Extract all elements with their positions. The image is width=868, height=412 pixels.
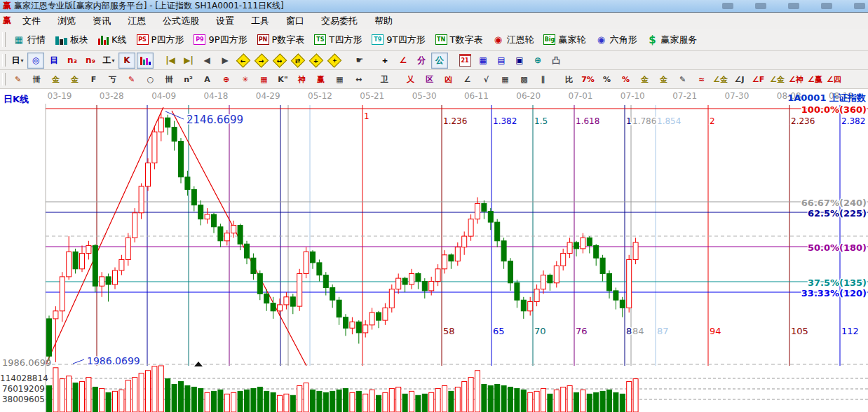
prev-bar-icon[interactable]: ◀: [198, 53, 215, 69]
f-angle-icon[interactable]: ∠F: [750, 71, 767, 88]
k-mark-icon[interactable]: K": [274, 71, 292, 88]
compass-tool-icon[interactable]: 公: [431, 53, 448, 69]
grid-a-icon[interactable]: ▦: [496, 71, 514, 88]
percent-icon[interactable]: %: [598, 71, 616, 88]
divide-tool-icon[interactable]: 分: [413, 53, 430, 69]
calculator-icon[interactable]: ▦: [475, 53, 491, 69]
window-control-icon[interactable]: [788, 3, 799, 9]
check-lines-icon[interactable]: √: [477, 71, 495, 88]
five-lines-icon[interactable]: 丂: [104, 71, 121, 88]
zoom-all-icon[interactable]: ＋: [326, 53, 343, 69]
last-bar-icon[interactable]: ▶|: [180, 53, 197, 69]
toolbar-winner-wheel[interactable]: Big赢家轮: [538, 31, 590, 49]
compress-9-icon[interactable]: n₉: [82, 53, 99, 69]
chart-canvas[interactable]: 03-1903-2804-0904-1804-2905-1205-2105-30…: [0, 89, 868, 412]
toolbar-t-table[interactable]: TNT数字表: [430, 31, 488, 49]
frame-tool-icon[interactable]: 卫: [376, 71, 393, 88]
pan-both-icon[interactable]: ↔: [271, 53, 288, 69]
parallel-lines-icon[interactable]: ∥: [534, 71, 552, 88]
next-bar-icon[interactable]: ▶: [217, 53, 233, 69]
compress-3-icon[interactable]: n₃: [64, 53, 81, 69]
ying-grid-icon[interactable]: 赢: [312, 71, 330, 88]
j-angle-icon[interactable]: ∠J: [731, 71, 748, 88]
toolbar-grip[interactable]: [2, 73, 6, 85]
swap-view-icon[interactable]: ⇄: [290, 53, 306, 69]
time-cycle-icon[interactable]: ○: [142, 71, 159, 88]
print-icon[interactable]: 凸: [548, 53, 564, 69]
pan-right-icon[interactable]: →: [253, 53, 270, 69]
first-bar-icon[interactable]: |◀: [162, 53, 179, 69]
menu-item-9[interactable]: 帮助: [366, 15, 401, 27]
a-line-icon[interactable]: A: [198, 71, 216, 88]
menu-item-8[interactable]: 交易委托: [313, 15, 366, 27]
fib-lines-icon[interactable]: F: [85, 71, 102, 88]
close-icon[interactable]: [854, 3, 865, 9]
menu-item-4[interactable]: 公式选股: [154, 15, 208, 27]
toolbar-grip[interactable]: [2, 32, 6, 48]
toolbar-9p-square[interactable]: P99P四方形: [189, 31, 252, 49]
wave-tool-icon[interactable]: ≈: [693, 71, 710, 88]
shen-grid-icon[interactable]: 神: [293, 71, 311, 88]
toolbar-quotes[interactable]: ▦行情: [8, 31, 50, 49]
menu-item-3[interactable]: 江恩: [119, 15, 154, 27]
toolbar-gann-wheel[interactable]: ◉江恩轮: [487, 31, 538, 49]
toolbar-kline[interactable]: K线: [93, 31, 132, 49]
box-fan-icon[interactable]: 区: [421, 71, 438, 88]
circle-cross-icon[interactable]: ⊕: [217, 71, 235, 88]
crosshair-tool-icon[interactable]: ＋: [377, 53, 393, 69]
red-pencil-icon[interactable]: ✎: [123, 71, 140, 88]
gold-angle-icon[interactable]: ∠金: [712, 71, 729, 88]
gold-lines-icon[interactable]: 金: [655, 71, 672, 88]
gold-section2-icon[interactable]: 金: [66, 71, 83, 88]
gold-angle2-icon[interactable]: ∠金: [768, 71, 786, 88]
time-division-icon[interactable]: 卌: [28, 71, 46, 88]
menu-item-7[interactable]: 窗口: [278, 15, 313, 27]
ying-angle-icon[interactable]: ∠赢: [806, 71, 824, 88]
gold-circle-icon[interactable]: 金: [636, 71, 653, 88]
volume-histogram-icon[interactable]: [137, 53, 154, 69]
toolbar-hexagon[interactable]: ◉六角形: [590, 31, 642, 49]
menu-item-0[interactable]: 文件: [14, 15, 49, 27]
n-square-icon[interactable]: n²: [179, 71, 197, 88]
kline-stamp-icon[interactable]: K: [118, 53, 135, 69]
toolbar-9t-square[interactable]: T99T四方形: [367, 31, 430, 49]
hatch-lines-icon[interactable]: 卌: [161, 71, 178, 88]
window-controls[interactable]: [722, 3, 865, 9]
toolbar-t-square[interactable]: TST四方形: [309, 31, 367, 49]
width-arrows-icon[interactable]: ↔: [350, 71, 367, 88]
menu-item-5[interactable]: 设置: [208, 15, 243, 27]
toolbar-grip[interactable]: [2, 54, 6, 67]
pencil-ruler-icon[interactable]: ✎: [674, 71, 691, 88]
info-panel-icon[interactable]: 目: [46, 53, 62, 69]
pan-left-icon[interactable]: ←: [235, 53, 252, 69]
toolbar-p-square[interactable]: PSP四方形: [132, 31, 189, 49]
menu-item-1[interactable]: 浏览: [49, 15, 84, 27]
window-control-icon[interactable]: [821, 3, 832, 9]
fan-lines-icon[interactable]: 乂: [402, 71, 419, 88]
zoom-out-icon[interactable]: +: [308, 53, 325, 69]
period-day-dropdown[interactable]: 日: [9, 53, 26, 69]
save-icon[interactable]: ▣: [511, 53, 528, 69]
angle-lines-icon[interactable]: ∠: [459, 71, 476, 88]
percent-lines-icon[interactable]: %: [617, 71, 635, 88]
window-control-icon[interactable]: [722, 3, 733, 9]
angle-tool-icon[interactable]: ∠: [395, 53, 412, 69]
grid-123-icon[interactable]: ▦: [331, 71, 348, 88]
chart-mode-icon[interactable]: ◎: [27, 53, 44, 69]
star-grid-icon[interactable]: ✳: [236, 71, 254, 88]
window-control-icon[interactable]: [755, 3, 766, 9]
menu-item-6[interactable]: 工具: [243, 15, 278, 27]
title-bar[interactable]: 赢 赢家江恩专业版[赢家内部服务平台] - [上证指数 SH1A0001-111…: [0, 0, 868, 13]
toolbar-sectors[interactable]: 板块: [50, 31, 93, 49]
toolbar-service[interactable]: $赢家服务: [642, 31, 702, 49]
compare-bars-icon[interactable]: 比: [560, 71, 578, 88]
box-x-icon[interactable]: 凶: [440, 71, 457, 88]
gann-pencil-icon[interactable]: ✎: [9, 71, 27, 88]
toolbar-p-table[interactable]: PNP数字表: [252, 31, 310, 49]
calendar-icon[interactable]: 21: [456, 53, 473, 69]
notes-icon[interactable]: ▤: [493, 53, 510, 69]
hand-tool-icon[interactable]: ☛: [351, 53, 368, 69]
world-clock-icon[interactable]: ⊕: [529, 53, 546, 69]
shen-angle-icon[interactable]: ∠神: [787, 71, 805, 88]
grid-b-icon[interactable]: ▩: [515, 71, 533, 88]
